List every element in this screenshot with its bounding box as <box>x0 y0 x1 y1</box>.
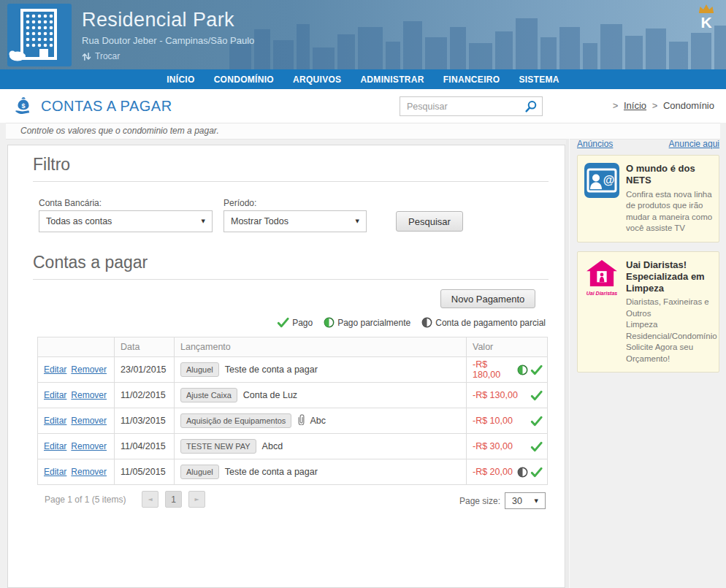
paid-check-icon <box>530 441 543 452</box>
pagination: ◄ 1 ► <box>142 491 205 508</box>
payables-heading: Contas a pagar <box>33 252 549 280</box>
row-value: -R$ 130,00 <box>473 390 518 400</box>
nav-item-arquivos[interactable]: ARQUIVOS <box>293 75 341 85</box>
col-header-data: Data <box>115 337 175 357</box>
page-title: CONTAS A PAGAR <box>41 89 172 123</box>
prev-page-button[interactable]: ◄ <box>142 491 158 508</box>
paid-check-icon <box>530 416 543 427</box>
edit-link[interactable]: Editar <box>44 364 66 375</box>
ads-link[interactable]: Anúncios <box>577 139 613 149</box>
page-size-select[interactable]: 30 ▼ <box>505 492 546 509</box>
nav-item-financeiro[interactable]: FINANCEIRO <box>443 75 500 85</box>
swap-icon <box>82 52 91 61</box>
chevron-down-icon: ▼ <box>535 498 538 504</box>
condo-building-logo <box>7 4 72 66</box>
remove-link[interactable]: Remover <box>71 467 107 477</box>
row-date: 11/05/2015 <box>115 459 175 485</box>
main-panel: Filtro Conta Bancária: Todas as contas ▼… <box>7 145 565 588</box>
ad-icon-caption: Uai Diaristas <box>584 291 620 296</box>
ads-sidebar: Anúncios Anuncie aqui @ O mundo é dos NE… <box>577 139 719 381</box>
breadcrumb: > Início > Condomínio <box>610 89 714 123</box>
ad-card-nets[interactable]: @ O mundo é dos NETS Confira esta nova l… <box>577 155 719 243</box>
row-value: -R$ 30,00 <box>473 441 513 451</box>
brand-letter: K <box>692 16 720 29</box>
remove-link[interactable]: Remover <box>71 441 107 451</box>
page-1-button[interactable]: 1 <box>165 491 182 508</box>
condo-address: Rua Doutor Jeber - Campinas/São Paulo <box>82 35 254 46</box>
row-value: -R$ 20,00 <box>473 467 513 477</box>
remove-link[interactable]: Remover <box>71 364 107 375</box>
page-title-bar: $ CONTAS A PAGAR > Início > Condomínio <box>0 89 726 123</box>
payables-table: Data Lançamento Valor EditarRemover 23/0… <box>37 337 548 485</box>
col-header-lancamento: Lançamento <box>175 337 467 357</box>
category-badge: Aquisição de Equipamentos <box>180 413 291 428</box>
table-row: EditarRemover 11/02/2015 Ajuste CaixaCon… <box>38 383 548 408</box>
remove-link[interactable]: Remover <box>71 416 107 426</box>
breadcrumb-home[interactable]: Início <box>624 100 646 111</box>
contact-card-icon: @ <box>584 163 619 198</box>
search-input[interactable] <box>400 97 542 115</box>
attachment-paperclip-icon[interactable] <box>297 414 305 425</box>
row-description: Conta de Luz <box>243 390 297 400</box>
global-search <box>400 96 543 116</box>
period-select[interactable]: Mostrar Todos ▼ <box>223 210 367 232</box>
next-page-icon: ► <box>194 496 199 503</box>
condo-name: Residencial Park <box>82 9 254 31</box>
brand-logo: K <box>692 3 720 29</box>
nav-item-sistema[interactable]: SISTEMA <box>519 75 559 85</box>
remove-link[interactable]: Remover <box>71 390 107 400</box>
edit-link[interactable]: Editar <box>44 416 66 426</box>
nav-item-inicio[interactable]: INÍCIO <box>167 75 194 85</box>
chevron-down-icon: ▼ <box>356 218 359 224</box>
category-badge: Aluguel <box>180 362 219 377</box>
paid-check-icon <box>530 390 543 401</box>
row-value: -R$ 10,00 <box>473 416 513 426</box>
col-header-valor: Valor <box>467 337 548 357</box>
bank-account-label: Conta Bancária: <box>39 198 102 208</box>
row-date: 11/03/2015 <box>115 408 175 434</box>
paid-check-icon <box>277 317 289 328</box>
advertise-here-link[interactable]: Anuncie aqui <box>669 139 719 149</box>
partially-paid-icon <box>517 364 528 375</box>
edit-link[interactable]: Editar <box>44 467 66 477</box>
pagination-summary: Page 1 of 1 (5 items) <box>45 495 126 505</box>
edit-link[interactable]: Editar <box>44 441 66 451</box>
row-description: Abc <box>310 416 326 426</box>
switch-condo-link[interactable]: Trocar <box>82 51 254 61</box>
new-payment-button[interactable]: Novo Pagamento <box>440 289 535 308</box>
row-date: 11/02/2015 <box>115 383 175 408</box>
row-description: Teste de conta a pagar <box>225 467 318 477</box>
filter-heading: Filtro <box>33 154 549 182</box>
prev-page-icon: ◄ <box>148 496 152 503</box>
page-size: Page size: 30 ▼ <box>459 492 546 509</box>
partial-payment-account-icon <box>421 317 432 328</box>
app-header: Residencial Park Rua Doutor Jeber - Camp… <box>0 0 726 69</box>
nav-item-condominio[interactable]: CONDOMÍNIO <box>214 75 274 85</box>
pink-house-icon <box>585 259 619 287</box>
partial-payment-account-icon <box>517 467 528 478</box>
ad-title: Uai Diaristas! Especializada em Limpeza <box>626 259 717 295</box>
nav-item-administrar[interactable]: ADMINISTRAR <box>360 75 424 85</box>
filter-search-button[interactable]: Pesquisar <box>396 211 463 232</box>
ad-card-uai-diaristas[interactable]: Uai Diaristas Uai Diaristas! Especializa… <box>577 251 719 373</box>
paid-check-icon <box>530 364 543 375</box>
row-description: Abcd <box>262 441 283 451</box>
row-description: Teste de conta a pagar <box>225 364 318 375</box>
svg-text:@: @ <box>603 174 615 186</box>
search-icon[interactable] <box>524 100 538 113</box>
category-badge: TESTE NEW PAY <box>180 439 256 454</box>
status-legend: Pago Pago parcialmente Conta de pagament… <box>277 317 546 328</box>
table-row: EditarRemover 11/03/2015 Aquisição de Eq… <box>38 408 548 434</box>
row-date: 11/04/2015 <box>115 434 175 459</box>
next-page-button[interactable]: ► <box>188 491 205 508</box>
row-date: 23/01/2015 <box>115 357 175 383</box>
page-description: Controle os valores que o condominio tem… <box>6 123 720 140</box>
main-nav: INÍCIO CONDOMÍNIO ARQUIVOS ADMINISTRAR F… <box>0 69 726 89</box>
table-row: EditarRemover 11/05/2015 AluguelTeste de… <box>38 459 548 485</box>
table-header-row: Data Lançamento Valor <box>38 337 548 357</box>
city-skyline-graphic <box>229 11 726 69</box>
bank-account-select[interactable]: Todas as contas ▼ <box>39 210 213 232</box>
page-size-label: Page size: <box>459 496 500 506</box>
crown-icon <box>698 4 715 13</box>
edit-link[interactable]: Editar <box>44 390 66 400</box>
